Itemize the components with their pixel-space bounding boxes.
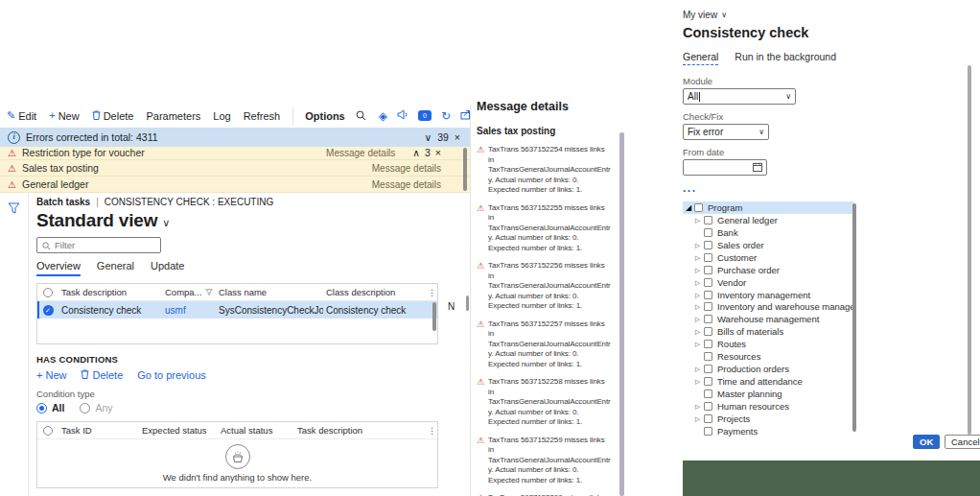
expand-arrow-icon[interactable]: ▷ [695, 365, 704, 373]
calendar-icon[interactable] [753, 162, 762, 174]
tree-item[interactable]: Master planning [683, 388, 853, 400]
filter-pane-icon[interactable] [8, 201, 20, 217]
refresh-button[interactable]: Refresh [244, 110, 281, 122]
checkbox[interactable] [704, 315, 712, 323]
filter-input[interactable] [55, 240, 155, 250]
dialog-scrollbar[interactable] [968, 65, 971, 435]
checkbox[interactable] [704, 253, 712, 262]
search-icon[interactable] [356, 110, 366, 121]
grid-scrollbar[interactable] [432, 302, 436, 331]
tree-item[interactable]: ▷ Sales order [683, 239, 853, 251]
select-all-circle[interactable] [43, 288, 53, 297]
fromdate-input[interactable] [688, 162, 753, 173]
tree-item[interactable]: ▷ Human resources [683, 400, 853, 413]
chevron-down-icon[interactable]: ∨ [785, 92, 791, 101]
tree-item[interactable]: ◢ Program [683, 201, 853, 214]
select-all-circle[interactable] [43, 426, 53, 436]
table-row[interactable]: ✓ Consistency check usmf SysConsistencyC… [37, 301, 437, 319]
kebab-menu-icon[interactable]: ⋮ [425, 288, 437, 297]
column-class-description[interactable]: Class description [323, 287, 415, 297]
checkbox[interactable] [704, 340, 712, 348]
checkbox[interactable] [704, 352, 712, 361]
chevron-down-icon[interactable]: ∨ [162, 217, 170, 229]
expand-arrow-icon[interactable]: ▷ [695, 340, 704, 348]
checkbox[interactable] [704, 266, 712, 274]
edit-button[interactable]: ✎ Edit [7, 110, 36, 122]
tree-item[interactable]: ▷ Inventory and warehouse management [683, 301, 853, 314]
tab-run-in-background[interactable]: Run in the background [735, 51, 836, 65]
refresh-icon[interactable]: ↻ [441, 110, 451, 122]
column-task-description[interactable]: Task description [294, 425, 425, 436]
options-menu[interactable]: Options [292, 107, 345, 125]
expand-arrow-icon[interactable]: ▷ [695, 414, 704, 423]
checkbox[interactable] [704, 291, 712, 299]
delete-condition-button[interactable]: Delete [81, 369, 123, 381]
ok-button[interactable]: OK [913, 435, 940, 449]
tree-item[interactable]: ▷ Projects [683, 413, 853, 425]
checkbox[interactable] [704, 327, 712, 336]
filter-box[interactable] [36, 237, 161, 253]
tree-item[interactable]: Resources [683, 350, 853, 363]
column-actual-status[interactable]: Actual status [218, 425, 294, 436]
checkbox[interactable] [704, 216, 712, 224]
power-apps-icon[interactable]: ◈ [379, 110, 387, 122]
expand-arrow-icon[interactable]: ▷ [695, 216, 704, 224]
expand-arrow-icon[interactable]: ▷ [695, 253, 704, 262]
more-options-button[interactable]: ... [683, 182, 970, 194]
tab-update[interactable]: Update [151, 260, 184, 276]
radio-all[interactable]: All [36, 402, 64, 413]
column-task-id[interactable]: Task ID [58, 425, 139, 436]
checkbox[interactable] [704, 390, 712, 398]
expand-arrow-icon[interactable]: ▷ [695, 278, 704, 287]
expand-arrow-icon[interactable]: ◢ [686, 203, 694, 212]
tree-item[interactable]: ▷ Inventory management [683, 289, 853, 301]
cell-company-link[interactable]: usmf [162, 305, 216, 316]
message-details-link[interactable]: Message details [372, 179, 441, 190]
new-condition-button[interactable]: + New [36, 369, 66, 381]
checkfix-dropdown[interactable]: Fix error ∨ [683, 124, 769, 140]
tab-general[interactable]: General [97, 260, 134, 276]
popout-icon[interactable] [460, 110, 471, 122]
chevron-down-icon[interactable]: ∨ [424, 131, 432, 143]
breadcrumb-title[interactable]: Batch tasks [36, 197, 90, 207]
expand-arrow-icon[interactable]: ▷ [695, 377, 704, 386]
kebab-menu-icon[interactable]: ⋮ [425, 426, 437, 436]
checkbox[interactable] [694, 203, 703, 212]
tree-item[interactable]: ▷ General ledger [683, 214, 853, 226]
expand-arrow-icon[interactable]: ▷ [695, 402, 704, 411]
warnings-scrollbar[interactable] [463, 148, 467, 191]
feedback-badge[interactable]: 0 [418, 110, 432, 121]
row-selected-check[interactable]: ✓ [43, 305, 54, 316]
expand-arrow-icon[interactable]: ▷ [695, 327, 704, 336]
column-company[interactable]: Compa... [162, 287, 216, 297]
chevron-up-icon[interactable]: ∧ [412, 147, 420, 158]
message-panel-scrollbar[interactable] [619, 132, 624, 496]
close-icon[interactable]: × [455, 131, 460, 143]
column-task-description[interactable]: Task description [58, 287, 162, 297]
tree-item[interactable]: ▷ Time and attendance [683, 375, 853, 388]
tree-item[interactable]: Bank [683, 226, 853, 239]
tree-item[interactable]: ▷ Routes [683, 338, 853, 350]
radio-any[interactable]: Any [80, 402, 112, 413]
module-dropdown[interactable]: All ∨ [683, 88, 796, 105]
checkbox[interactable] [704, 302, 712, 311]
tree-item[interactable]: ▷ Vendor [683, 276, 853, 289]
delete-button[interactable]: Delete [92, 110, 134, 122]
cancel-button[interactable]: Cancel [945, 435, 980, 449]
checkbox[interactable] [704, 427, 712, 436]
tree-item[interactable]: ▷ Bills of materials [683, 325, 853, 338]
tree-item[interactable]: Payments [683, 425, 853, 437]
column-class-name[interactable]: Class name [216, 287, 323, 297]
expand-arrow-icon[interactable]: ▷ [695, 241, 704, 249]
tab-overview[interactable]: Overview [36, 260, 81, 276]
checkbox[interactable] [704, 228, 712, 237]
chevron-down-icon[interactable]: ∨ [758, 128, 764, 136]
log-button[interactable]: Log [213, 110, 230, 122]
checkbox[interactable] [704, 414, 712, 423]
message-details-link[interactable]: Message details [372, 163, 441, 174]
message-details-link[interactable]: Message details [326, 148, 395, 158]
tree-item[interactable]: ▷ Purchase order [683, 264, 853, 276]
window-scrollbar[interactable] [466, 295, 469, 311]
new-button[interactable]: + New [49, 110, 79, 122]
tree-item[interactable]: ▷ Production orders [683, 363, 853, 375]
